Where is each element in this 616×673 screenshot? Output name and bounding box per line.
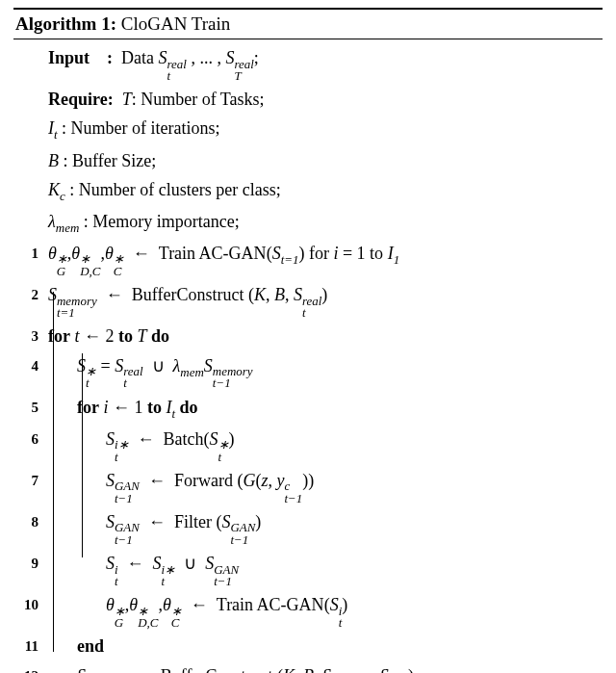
input-line: Input : Data Srealt , ... , SrealT; xyxy=(13,43,603,85)
alg-line-1: 1 θ∗G,θ∗D,C,θ∗C ← Train AC-GAN(St=1) for… xyxy=(13,239,603,280)
vline-inner xyxy=(82,353,83,557)
decl-B: B : Buffer Size; xyxy=(13,146,603,175)
alg-line-11: 11 end xyxy=(13,632,603,660)
algorithm-label: Algorithm 1: xyxy=(15,13,116,34)
input-label: Input xyxy=(48,48,90,67)
decl-lambda: λmem : Memory importance; xyxy=(13,207,603,239)
alg-line-3: 3 for t ← 2 to T do xyxy=(13,322,603,350)
line-number: 1 xyxy=(13,244,44,263)
decl-It: It : Number of iterations; xyxy=(13,114,603,145)
algorithm-name: CloGAN Train xyxy=(121,13,231,34)
alg-line-10: 10 θ∗G,θ∗D,C,θ∗C ← Train AC-GAN(Sit) xyxy=(13,590,603,632)
input-data-label: Data xyxy=(121,48,158,67)
alg-line-6: 6 Si∗t ← Batch(S∗t) xyxy=(13,425,603,466)
alg-line-7: 7 SGANt−1 ← Forward (G(z, yct−1)) xyxy=(13,466,603,507)
vline-outer xyxy=(53,292,54,652)
alg-line-2: 2 Smemoryt=1 ← BufferConstruct (K, B, Sr… xyxy=(13,280,603,322)
algorithm-box: Algorithm 1: CloGAN Train Input : Data S… xyxy=(13,8,603,673)
alg-line-5: 5 for i ← 1 to It do xyxy=(13,393,603,425)
alg-line-9: 9 Sit ← Si∗t ∪ SGANt−1 xyxy=(13,549,603,590)
alg-line-8: 8 SGANt−1 ← Filter (SGANt−1) xyxy=(13,507,603,549)
alg-line-12: 12 Smemoryt ← BufferConstruct (K, B, Sme… xyxy=(13,661,603,673)
algorithm-title-row: Algorithm 1: CloGAN Train xyxy=(13,10,603,39)
sym-S: S xyxy=(159,48,167,67)
require-line: Require: T: Number of Tasks; xyxy=(13,85,603,114)
require-label: Require: xyxy=(48,90,114,109)
decl-Kc: Kc : Number of clusters per class; xyxy=(13,175,603,207)
alg-line-4: 4 S∗t = Srealt ∪ λmemSmemoryt−1 xyxy=(13,351,603,393)
input-colon: : xyxy=(107,48,113,67)
dots: , ... , xyxy=(191,48,221,67)
algorithm-body: Input : Data Srealt , ... , SrealT; Requ… xyxy=(13,39,603,673)
